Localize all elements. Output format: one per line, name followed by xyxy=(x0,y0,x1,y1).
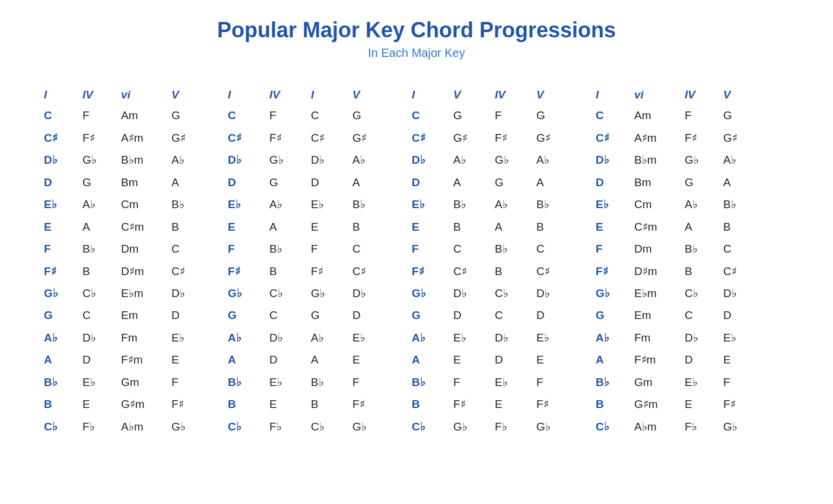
cell-10-3: E♭ xyxy=(163,327,202,349)
header-col-3: V xyxy=(528,84,570,104)
cell-14-0: C♭ xyxy=(220,416,261,438)
table-row: C♭F♭C♭G♭ xyxy=(220,416,386,438)
cell-4-2: E♭ xyxy=(303,193,344,215)
cell-9-0: G xyxy=(36,304,74,326)
cell-8-2: G♭ xyxy=(303,282,344,304)
cell-1-0: C♯ xyxy=(36,127,74,149)
cell-14-2: C♭ xyxy=(303,416,344,438)
cell-8-0: G♭ xyxy=(403,282,445,304)
cell-12-0: B♭ xyxy=(587,371,626,393)
table-row: BF♯EF♯ xyxy=(403,393,570,415)
cell-11-3: E xyxy=(344,349,386,371)
cell-2-3: A♭ xyxy=(344,149,386,171)
cell-4-2: A♭ xyxy=(676,193,715,215)
cell-6-3: C xyxy=(528,238,570,260)
cell-9-1: C xyxy=(74,304,113,326)
table-row: GCEmD xyxy=(36,304,202,326)
cell-4-2: A♭ xyxy=(487,193,528,215)
table-row: F♯BF♯C♯ xyxy=(220,260,386,282)
page-title: Popular Major Key Chord Progressions xyxy=(24,18,809,43)
cell-11-1: E xyxy=(445,349,487,371)
table-row: ADF♯mE xyxy=(36,349,202,371)
cell-13-3: F♯ xyxy=(344,393,386,415)
cell-4-3: B♭ xyxy=(163,193,202,215)
cell-12-1: E♭ xyxy=(261,371,303,393)
cell-10-0: A♭ xyxy=(36,327,74,349)
cell-14-2: F♭ xyxy=(676,416,715,438)
table-row: E♭A♭E♭B♭ xyxy=(220,193,386,215)
cell-13-1: E xyxy=(74,393,113,415)
cell-6-3: C xyxy=(715,238,753,260)
table-row: D♭A♭G♭A♭ xyxy=(403,149,570,171)
cell-13-3: F♯ xyxy=(528,393,570,415)
cell-9-0: G xyxy=(403,304,445,326)
cell-7-0: F♯ xyxy=(36,260,74,282)
cell-7-1: B xyxy=(74,260,113,282)
cell-8-3: D♭ xyxy=(715,282,753,304)
cell-1-3: G♯ xyxy=(715,127,753,149)
cell-7-2: B xyxy=(487,260,528,282)
cell-6-0: F xyxy=(36,238,74,260)
cell-4-3: B♭ xyxy=(344,193,386,215)
cell-1-2: A♯m xyxy=(113,127,163,149)
cell-8-2: C♭ xyxy=(676,282,715,304)
cell-0-1: F xyxy=(261,104,303,126)
header-col-2: IV xyxy=(676,84,715,104)
cell-10-1: E♭ xyxy=(445,327,487,349)
cell-6-2: Dm xyxy=(113,238,163,260)
cell-2-2: D♭ xyxy=(303,149,344,171)
cell-10-2: Fm xyxy=(113,327,163,349)
cell-12-3: F xyxy=(715,371,753,393)
cell-5-2: E xyxy=(303,216,344,238)
header-col-1: V xyxy=(445,84,487,104)
cell-3-0: D xyxy=(403,171,445,193)
cell-8-2: C♭ xyxy=(487,282,528,304)
cell-10-1: D♭ xyxy=(74,327,113,349)
cell-1-3: G♯ xyxy=(163,127,202,149)
table-row: FCB♭C xyxy=(403,238,570,260)
cell-10-2: A♭ xyxy=(303,327,344,349)
cell-6-2: F xyxy=(303,238,344,260)
cell-14-2: A♭m xyxy=(113,416,163,438)
cell-1-1: A♯m xyxy=(626,127,676,149)
cell-10-0: A♭ xyxy=(220,327,261,349)
cell-1-1: F♯ xyxy=(261,127,303,149)
cell-7-3: C♯ xyxy=(344,260,386,282)
cell-5-0: E xyxy=(403,216,445,238)
cell-6-2: B♭ xyxy=(676,238,715,260)
cell-12-2: E♭ xyxy=(487,371,528,393)
cell-14-1: F♭ xyxy=(261,416,303,438)
header-col-2: I xyxy=(303,84,344,104)
table-row: CFAmG xyxy=(36,104,202,126)
cell-2-0: D♭ xyxy=(220,149,261,171)
cell-12-2: Gm xyxy=(113,371,163,393)
table-row: EAC♯mB xyxy=(36,216,202,238)
cell-2-3: A♭ xyxy=(715,149,753,171)
cell-4-0: E♭ xyxy=(36,193,74,215)
table-row: F♯BD♯mC♯ xyxy=(36,260,202,282)
cell-2-1: A♭ xyxy=(445,149,487,171)
cell-11-2: A xyxy=(303,349,344,371)
cell-9-2: Em xyxy=(113,304,163,326)
cell-10-1: Fm xyxy=(626,327,676,349)
table-row: DGDA xyxy=(220,171,386,193)
cell-6-3: C xyxy=(163,238,202,260)
table-row: F♯D♯mBC♯ xyxy=(587,260,753,282)
table-row: C♭A♭mF♭G♭ xyxy=(587,416,753,438)
cell-2-0: D♭ xyxy=(36,149,74,171)
cell-11-2: F♯m xyxy=(113,349,163,371)
cell-10-2: D♭ xyxy=(676,327,715,349)
table-row: CGFG xyxy=(403,104,570,126)
cell-7-3: C♯ xyxy=(528,260,570,282)
table-row: B♭FE♭F xyxy=(403,371,570,393)
table-row: EAEB xyxy=(220,216,386,238)
cell-5-3: B xyxy=(715,216,753,238)
cell-11-2: D xyxy=(487,349,528,371)
table-row: ADAE xyxy=(220,349,386,371)
header-col-1: vi xyxy=(626,84,676,104)
cell-2-3: A♭ xyxy=(163,149,202,171)
cell-3-2: D xyxy=(303,171,344,193)
cell-11-1: D xyxy=(261,349,303,371)
table-row: C♭F♭A♭mG♭ xyxy=(36,416,202,438)
cell-10-0: A♭ xyxy=(403,327,445,349)
